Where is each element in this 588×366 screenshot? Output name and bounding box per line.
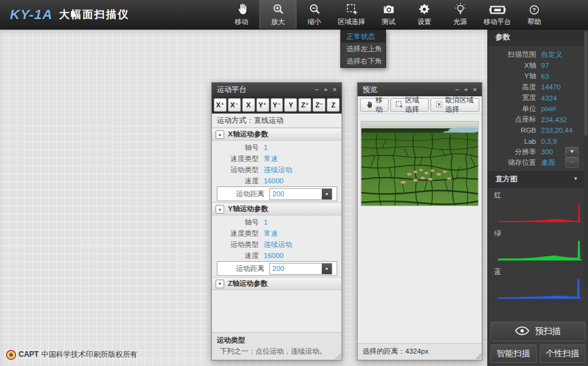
zoom-in-icon (272, 2, 285, 15)
section-title: Z轴运动参数 (228, 279, 268, 288)
panel-maximize-button[interactable]: + (464, 86, 468, 93)
axis-button-z-minus[interactable]: Z⁻ (313, 98, 326, 112)
panel-maximize-button[interactable]: + (324, 86, 327, 93)
panel-close-button[interactable]: × (473, 86, 477, 93)
smart-scan-button[interactable]: 智能扫描 (490, 344, 537, 363)
motion-value[interactable]: 常速 (264, 229, 278, 238)
panel-minimize-button[interactable]: − (455, 86, 459, 93)
param-label: 储存位置 (488, 158, 536, 167)
motion-label: 运动类型 (212, 165, 259, 175)
custom-scan-button[interactable]: 个性扫描 (540, 344, 586, 363)
preview-panel-titlebar[interactable]: 预览 − + × (358, 83, 482, 96)
motion-row: 轴号1 (212, 217, 342, 228)
chevron-down-icon[interactable]: ▼ (322, 189, 332, 199)
preview-button-label: 区域选择 (405, 96, 424, 114)
param-row-unit: 单位pixel (488, 104, 588, 115)
preview-image[interactable] (361, 121, 479, 206)
menu-item-normal-state[interactable]: 正常状态 (341, 30, 385, 43)
param-row-storage: 储存位置桌面··· (488, 157, 588, 168)
y-axis-rows: 轴号1 速度类型常速 运动类型连续运动 速度16000 运动距离 200 ▼ (212, 215, 342, 277)
param-row-height: 高度14470 (488, 82, 588, 93)
toolbar-item-label: 设置 (418, 17, 431, 27)
menu-item-select-top-left[interactable]: 选择左上角 (341, 43, 385, 55)
collapse-up-icon[interactable]: ▲ (216, 205, 224, 214)
motion-label: 速度 (212, 177, 259, 186)
motion-label: 轴号 (212, 143, 259, 152)
histogram-collapse-icon[interactable]: ▼ (573, 171, 578, 187)
motion-row-distance: 运动距离 200 ▼ (217, 186, 337, 201)
axis-button-x-plus[interactable]: X⁺ (214, 98, 227, 112)
param-value: 4324 (541, 94, 557, 102)
toolbar-items: 移动 放大 缩小 区域选择 测试 设置 光源 移动平台 (224, 0, 552, 29)
distance-combobox[interactable]: 200 ▼ (269, 263, 332, 275)
parameters-title: 参数 (495, 29, 510, 45)
collapse-up-icon[interactable]: ▲ (216, 130, 224, 139)
toolbar-item-settings[interactable]: 设置 (406, 0, 442, 29)
param-value[interactable]: 300 (541, 148, 553, 156)
motion-value[interactable]: 1 (264, 144, 267, 151)
menu-item-select-bottom-right[interactable]: 选择右下角 (341, 55, 385, 67)
histogram-red-block: 红 (488, 188, 588, 226)
motion-row: 轴号1 (212, 142, 342, 153)
area-select-menu: 正常状态 选择左上角 选择右下角 (340, 30, 386, 68)
axis-button-x-minus[interactable]: X⁻ (228, 98, 241, 112)
collapse-down-icon[interactable]: ▼ (216, 280, 224, 288)
motion-value[interactable]: 1 (264, 218, 267, 226)
toolbar-item-test[interactable]: 测试 (371, 0, 406, 29)
param-row-width: 宽度4324 (488, 93, 588, 104)
toolbar-item-zoom-in[interactable]: 放大 (259, 0, 296, 29)
motion-label: 速度类型 (212, 154, 259, 164)
param-value[interactable]: 桌面 (541, 158, 555, 167)
toolbar-item-area-select[interactable]: 区域选择 (332, 0, 371, 29)
capt-logo-icon (6, 350, 16, 360)
histogram-blue-block: 蓝 (488, 264, 588, 302)
axis-button-y-minus[interactable]: Y⁻ (271, 98, 284, 112)
panel-scrollbar[interactable] (584, 29, 588, 288)
distance-combobox[interactable]: 200 ▼ (269, 188, 332, 200)
motion-panel-titlebar[interactable]: 运动平台 − + × (212, 83, 342, 96)
motion-value[interactable]: 16000 (264, 177, 284, 185)
section-header-x-axis[interactable]: ▲ X轴运动参数 (212, 128, 342, 141)
scan-buttons-row: 智能扫描 个性扫描 (490, 344, 586, 363)
chevron-down-icon[interactable]: ▼ (322, 264, 332, 274)
toolbar-item-move[interactable]: 移动 (224, 0, 259, 29)
storage-browse-button[interactable]: ··· (565, 157, 579, 168)
motion-label: 运动距离 (217, 189, 264, 199)
motion-value[interactable]: 连续运动 (264, 165, 292, 175)
combobox-value: 200 (270, 190, 284, 198)
resize-grip[interactable] (475, 353, 481, 359)
section-header-z-axis[interactable]: ▼ Z轴运动参数 (212, 277, 342, 290)
axis-button-z[interactable]: Z (327, 98, 340, 112)
resize-grip[interactable] (335, 353, 341, 359)
axis-button-x[interactable]: X (242, 98, 255, 112)
preview-panel: 预览 − + × 移动 区域选择 取消区域选择 (357, 82, 482, 360)
param-value[interactable]: 自定义 (541, 50, 563, 59)
scan-buttons-area: 预扫描 智能扫描 个性扫描 (488, 322, 588, 366)
toolbar-item-zoom-out[interactable]: 缩小 (296, 0, 332, 29)
motion-row: 运动类型连续运动 (212, 164, 342, 175)
motion-value[interactable]: 常速 (264, 154, 278, 164)
preview-move-button[interactable]: 移动 (360, 98, 388, 112)
preview-area-select-button[interactable]: 区域选择 (390, 98, 429, 112)
motion-value[interactable]: 16000 (264, 252, 284, 259)
panel-close-button[interactable]: × (333, 86, 337, 93)
motion-row: 运动类型连续运动 (212, 239, 342, 250)
panel-minimize-button[interactable]: − (315, 86, 319, 93)
section-header-y-axis[interactable]: ▲ Y轴运动参数 (212, 202, 342, 215)
axis-button-z-plus[interactable]: Z⁺ (298, 98, 311, 112)
motion-value[interactable]: 连续运动 (264, 240, 292, 249)
x-axis-rows: 轴号1 速度类型常速 运动类型连续运动 速度16000 运动距离 200 ▼ (212, 141, 342, 202)
prescan-button[interactable]: 预扫描 (490, 322, 586, 341)
toolbar-item-label: 区域选择 (338, 17, 365, 27)
toolbar-item-help[interactable]: ? 帮助 (516, 0, 552, 29)
resolution-dropdown-button[interactable]: ▼ (565, 147, 579, 157)
preview-cancel-area-select-button[interactable]: 取消区域选择 (430, 98, 479, 112)
toolbar-item-motion-platform[interactable]: 移动平台 (478, 0, 516, 29)
param-value: pixel (541, 105, 556, 112)
axis-button-y-plus[interactable]: Y⁺ (256, 98, 269, 112)
axis-button-y[interactable]: Y (284, 98, 297, 112)
toolbar-item-light-source[interactable]: 光源 (442, 0, 478, 29)
scrollbar-thumb[interactable] (584, 31, 587, 136)
preview-panel-title: 预览 (363, 85, 377, 95)
toolbar-item-label: 帮助 (527, 17, 541, 27)
